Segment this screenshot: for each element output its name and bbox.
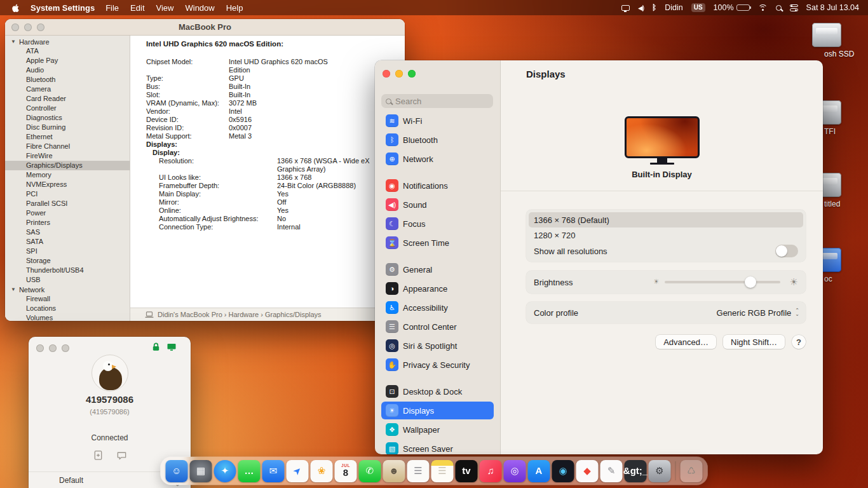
tree-item[interactable]: Camera (5, 85, 130, 94)
user-name[interactable]: Didin (665, 3, 683, 12)
close-button[interactable] (36, 344, 44, 352)
tree-item[interactable]: Locations (5, 304, 130, 313)
menu-item[interactable]: Edit (130, 3, 144, 13)
settings-sidebar-item-appearance[interactable]: ◑ Appearance (381, 280, 494, 297)
settings-sidebar-item-wallpaper[interactable]: ❖ Wallpaper (381, 421, 494, 438)
brightness-track[interactable] (665, 281, 780, 283)
menu-item[interactable]: Window (185, 3, 214, 13)
dock-icon-messages[interactable]: … (238, 460, 261, 482)
dock-icon-tv[interactable]: tv (456, 460, 478, 482)
tree-item[interactable]: SATA (5, 237, 130, 247)
settings-sidebar-item-notifications[interactable]: ◉ Notifications (381, 177, 494, 194)
tree-item[interactable]: Bluetooth (5, 75, 130, 85)
desktop-icon-disk-1[interactable]: osh SSD (808, 23, 845, 58)
active-app-name[interactable]: System Settings (31, 3, 95, 13)
settings-sidebar-item-control-center[interactable]: ☰ Control Center (381, 318, 494, 336)
dock-icon-photos[interactable]: ❀ (311, 460, 333, 482)
dock-icon-facetime[interactable]: ✆ (359, 460, 381, 482)
tree-item[interactable]: Power (5, 208, 130, 218)
settings-sidebar-item-screen-saver[interactable]: ▧ Screen Saver (381, 440, 494, 454)
resolution-option[interactable]: 868 × 488 (Default) (529, 212, 803, 227)
settings-sidebar-item-accessibility[interactable]: ♿ Accessibility (381, 299, 494, 316)
show-all-resolutions-toggle[interactable] (775, 245, 798, 257)
brightness-knob[interactable] (745, 276, 756, 288)
settings-sidebar-item-screen-time[interactable]: ⌛ Screen Time (381, 234, 494, 252)
tree-item[interactable]: Storage (5, 256, 130, 266)
volume-icon[interactable]: ◀) (638, 4, 644, 11)
settings-sidebar-item-siri-spotlight[interactable]: ◎ Siri & Spotlight (381, 337, 494, 355)
settings-sidebar-item-focus[interactable]: ☾ Focus (381, 215, 494, 233)
wifi-icon[interactable] (758, 4, 768, 11)
settings-sidebar-item-wifi[interactable]: ≋ Wi-Fi (381, 112, 494, 130)
settings-sidebar-item-bluetooth[interactable]: ᛒ Bluetooth (381, 131, 494, 149)
tree-item[interactable]: Firewall (5, 294, 130, 304)
settings-sidebar-item-displays[interactable]: ☀ Displays (381, 402, 494, 419)
remote-screen-icon[interactable] (166, 342, 177, 352)
advanced-button[interactable]: Advanced… (656, 335, 716, 349)
tree-item[interactable]: Controller (5, 104, 130, 113)
breadcrumb[interactable]: Didin's MacBook Pro › Hardware › Graphic… (158, 311, 322, 318)
tree-item[interactable]: Graphics/Displays (5, 161, 130, 170)
minimize-button[interactable] (24, 24, 32, 31)
close-button[interactable] (383, 70, 390, 78)
dock-icon-app-store[interactable]: A (528, 460, 550, 482)
dock-icon-system-settings[interactable]: ⚙ (649, 460, 671, 482)
minimize-button[interactable] (395, 70, 403, 78)
dock-icon-contacts[interactable]: ☻ (383, 460, 405, 482)
zoom-button[interactable] (62, 344, 69, 352)
night-shift-button[interactable]: Night Shift… (723, 335, 785, 349)
dock-icon-maps[interactable]: ➤ (287, 460, 309, 482)
dock-icon-trash[interactable]: ♺ (681, 460, 703, 482)
tree-item[interactable]: Audio (5, 65, 130, 75)
settings-sidebar-item-desktop-dock[interactable]: ⊡ Desktop & Dock (381, 383, 494, 400)
menu-item[interactable]: View (156, 3, 174, 13)
dock-icon-safari[interactable]: ✦ (214, 460, 236, 482)
tree-item[interactable]: Ethernet (5, 132, 130, 142)
zoom-button[interactable] (37, 24, 44, 31)
file-transfer-icon[interactable] (93, 450, 104, 461)
tree-item[interactable]: Printers (5, 218, 130, 227)
menubar-clock[interactable]: Sat 8 Jul 13.04 (806, 3, 859, 12)
session-name[interactable]: Default (59, 476, 83, 485)
dock-icon-notes[interactable]: ☰ (431, 460, 454, 482)
resolution-option[interactable]: 1280 × 720 (529, 227, 803, 243)
tree-item[interactable]: Memory (5, 170, 130, 180)
color-profile-select[interactable]: Generic RGB Profile ⌃⌄ (717, 308, 799, 318)
dock-icon-music[interactable]: ♫ (480, 460, 502, 482)
spotlight-icon[interactable] (776, 5, 782, 11)
tree-item[interactable]: NVMExpress (5, 180, 130, 189)
tree-item[interactable]: USB (5, 275, 130, 285)
input-source-icon[interactable]: US (691, 3, 705, 12)
zoom-button[interactable] (408, 70, 416, 78)
tree-item[interactable]: Disc Burning (5, 123, 130, 132)
tree-item[interactable]: Volumes (5, 313, 130, 321)
disclosure-triangle-icon[interactable]: ▼ (11, 39, 16, 44)
dock-icon-calendar[interactable]: JUL 8 (335, 460, 357, 482)
dock-icon-mail[interactable]: ✉ (262, 460, 285, 482)
dock-icon-siri[interactable]: ◉ (552, 460, 574, 482)
tree-item[interactable]: Parallel SCSI (5, 199, 130, 208)
help-button[interactable]: ? (792, 335, 806, 349)
dock-icon-terminal[interactable]: &gt;_ (625, 460, 647, 482)
chat-icon[interactable] (116, 450, 127, 461)
battery-status[interactable]: 100% ϟ (714, 3, 750, 12)
tree-item[interactable]: Apple Pay (5, 56, 130, 65)
settings-sidebar-item-privacy-security[interactable]: ✋ Privacy & Security (381, 356, 494, 374)
tree-item[interactable]: Fibre Channel (5, 142, 130, 151)
security-lock-icon[interactable] (151, 342, 161, 352)
search-input[interactable]: Search (381, 94, 493, 108)
settings-sidebar-item-network[interactable]: ⊕ Network (381, 150, 494, 168)
apple-menu-icon[interactable] (11, 3, 20, 13)
tree-item[interactable]: FireWire (5, 151, 130, 161)
menubar-extra-icon[interactable] (621, 5, 630, 11)
menu-item[interactable]: Help (226, 3, 243, 13)
tree-item[interactable]: SPI (5, 247, 130, 256)
brightness-slider[interactable]: ☀ ☀ (653, 271, 798, 294)
tree-item[interactable]: Thunderbolt/USB4 (5, 266, 130, 275)
dock-icon-launchpad[interactable]: ▦ (190, 460, 212, 482)
dock-icon-reminders[interactable]: ☰ (407, 460, 430, 482)
dock-icon-podcasts[interactable]: ◎ (504, 460, 526, 482)
settings-sidebar-item-sound[interactable]: ◀) Sound (381, 196, 494, 214)
info-window-titlebar[interactable]: MacBook Pro (5, 19, 405, 36)
tree-section-hardware[interactable]: ▼ Hardware (5, 37, 130, 46)
